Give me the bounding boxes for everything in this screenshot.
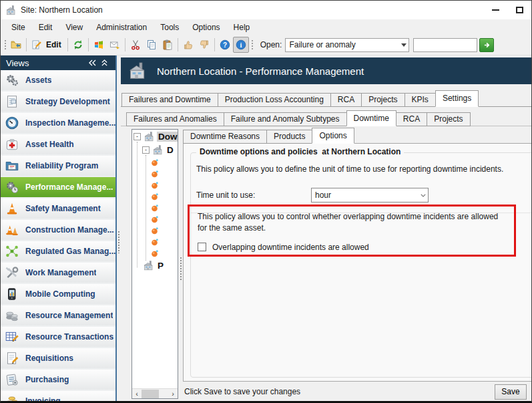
menu-edit[interactable]: Edit xyxy=(32,21,59,34)
sidebar-item-requisitions[interactable]: Requisitions xyxy=(1,348,115,368)
tab-projects[interactable]: Projects xyxy=(427,112,470,126)
tree-node-label: D xyxy=(166,145,175,155)
menu-bar: SiteEditViewAdministrationToolsOptionsHe… xyxy=(1,19,531,35)
tab-rca[interactable]: RCA xyxy=(330,93,362,107)
main-panel: Northern Location - Performance Manageme… xyxy=(121,55,531,402)
menu-help[interactable]: Help xyxy=(227,21,257,34)
paste-button[interactable] xyxy=(160,37,176,53)
toolbar-grip[interactable] xyxy=(3,39,7,51)
sidebar-item-label: Mobile Computing xyxy=(25,289,95,299)
tree-hscrollbar[interactable]: ‹ › xyxy=(132,388,178,398)
cut-button[interactable] xyxy=(127,37,144,53)
copy-button[interactable] xyxy=(144,37,160,53)
sidebar-item-label: Strategy Development xyxy=(25,97,110,106)
save-button[interactable]: Save xyxy=(495,384,527,400)
sidebar-item-strategy-development[interactable]: Strategy Development xyxy=(1,92,115,112)
tree-node[interactable] xyxy=(132,236,178,247)
tree-expander-icon[interactable]: - xyxy=(142,146,150,154)
open-label: Open: xyxy=(260,40,282,49)
tree-node[interactable] xyxy=(132,179,178,190)
tree-splitter[interactable] xyxy=(178,126,183,402)
tab-products[interactable]: Products xyxy=(266,130,312,144)
open-type-dropdown[interactable]: Failure or anomaly xyxy=(285,38,409,52)
sidebar-item-resource-transactions[interactable]: Resource Transactions xyxy=(1,327,115,347)
quick-open-input[interactable] xyxy=(413,38,477,52)
sidebar-item-purchasing[interactable]: Purchasing xyxy=(1,370,115,390)
sidebar-item-construction-manage[interactable]: Construction Manage... xyxy=(1,220,115,240)
time-unit-dropdown[interactable]: hour xyxy=(311,188,429,203)
tab-production-loss-accounting[interactable]: Production Loss Accounting xyxy=(218,93,331,107)
collapse-up-icon[interactable] xyxy=(98,59,110,66)
sidebar-item-safety-management[interactable]: Safety Management xyxy=(1,198,115,219)
sidebar-item-resource-management[interactable]: Resource Management xyxy=(1,305,115,325)
collapse-left-icon[interactable] xyxy=(86,59,98,66)
overlap-allowed-checkbox[interactable] xyxy=(198,243,206,251)
tree-node[interactable] xyxy=(132,213,178,225)
views-title: Views xyxy=(6,58,29,68)
views-header: Views xyxy=(1,55,115,70)
sidebar-item-work-management[interactable]: Work Management xyxy=(1,263,115,283)
refresh-button[interactable] xyxy=(70,37,86,53)
info-button[interactable]: i xyxy=(233,37,249,53)
groupbox-title: Downtime options and policies at Norther… xyxy=(196,147,404,156)
sidebar-item-asset-health[interactable]: Asset Health xyxy=(1,134,115,154)
orange-dot-icon xyxy=(151,158,159,166)
menu-tools[interactable]: Tools xyxy=(154,21,186,34)
menu-view[interactable]: View xyxy=(59,21,89,34)
open-folder-icon xyxy=(11,39,21,50)
menu-administration[interactable]: Administration xyxy=(89,21,154,34)
thumbs-up-icon xyxy=(183,39,194,50)
send-note-button[interactable] xyxy=(107,37,123,53)
minimize-button[interactable] xyxy=(483,1,507,19)
tree-node[interactable] xyxy=(132,156,178,168)
tab-kpis[interactable]: KPIs xyxy=(405,93,436,107)
facility-icon xyxy=(143,131,156,142)
tree-node[interactable] xyxy=(132,190,178,202)
menu-site[interactable]: Site xyxy=(5,21,32,34)
footer-bar: Click Save to save your changes Save xyxy=(183,382,531,402)
sidebar-item-label: Resource Management xyxy=(25,311,113,320)
tree-node[interactable]: -D xyxy=(132,143,178,156)
tree-node[interactable] xyxy=(132,247,178,259)
sidebar-item-assets[interactable]: Assets xyxy=(1,70,115,90)
sidebar-item-inspection-manageme[interactable]: Inspection Manageme... xyxy=(1,113,115,133)
tree-node-label: Dow xyxy=(157,132,178,142)
maximize-button[interactable] xyxy=(507,1,531,19)
thumbs-down-button[interactable] xyxy=(196,37,212,53)
tree-node[interactable] xyxy=(132,202,178,213)
tab-settings[interactable]: Settings xyxy=(435,90,479,107)
sidebar-item-reliability-program[interactable]: Reliability Program xyxy=(1,156,115,176)
thumbs-up-button[interactable] xyxy=(180,37,196,53)
tab-rca[interactable]: RCA xyxy=(396,112,427,126)
tab-failures-and-downtime[interactable]: Failures and Downtime xyxy=(121,93,218,107)
scroll-right-icon[interactable]: › xyxy=(168,390,178,398)
tab-projects[interactable]: Projects xyxy=(361,93,405,107)
svg-text:?: ? xyxy=(223,41,227,49)
scroll-left-icon[interactable]: ‹ xyxy=(132,390,142,398)
sidebar-item-label: Asset Health xyxy=(25,140,74,149)
open-folder-button[interactable] xyxy=(8,37,24,53)
tree-node[interactable] xyxy=(132,168,178,179)
tab-downtime[interactable]: Downtime xyxy=(346,110,396,126)
sidebar-item-invoicing[interactable]: Invoicing xyxy=(1,391,115,402)
tab-options[interactable]: Options xyxy=(312,128,354,144)
go-button[interactable] xyxy=(479,38,494,52)
tree-expander-icon[interactable]: - xyxy=(134,133,141,140)
tree-node[interactable]: P xyxy=(132,259,178,272)
sidebar-item-performance-manage[interactable]: Performance Manage... xyxy=(1,177,115,197)
tree-node[interactable] xyxy=(132,225,178,236)
scroll-thumb[interactable] xyxy=(142,390,159,398)
orange-dot-icon xyxy=(151,215,159,223)
sidebar-item-regulated-gas-manag[interactable]: Regulated Gas Manag... xyxy=(1,241,115,261)
toolbar-grip[interactable] xyxy=(250,39,254,51)
menu-options[interactable]: Options xyxy=(186,21,226,34)
sidebar-item-mobile-computing[interactable]: Mobile Computing xyxy=(1,284,115,304)
windows-button[interactable] xyxy=(91,37,107,53)
tree-node[interactable]: -Dow xyxy=(132,130,178,143)
tab-downtime-reasons[interactable]: Downtime Reasons xyxy=(183,130,267,144)
edit-button[interactable]: Edit xyxy=(29,37,65,53)
downtime-tree: -Dow-DP ‹ › xyxy=(131,129,178,399)
help-button[interactable]: ? xyxy=(217,37,233,53)
tab-failures-and-anomalies[interactable]: Failures and Anomalies xyxy=(126,112,224,126)
tab-failure-and-anomaly-subtypes[interactable]: Failure and Anomaly Subtypes xyxy=(224,112,347,126)
